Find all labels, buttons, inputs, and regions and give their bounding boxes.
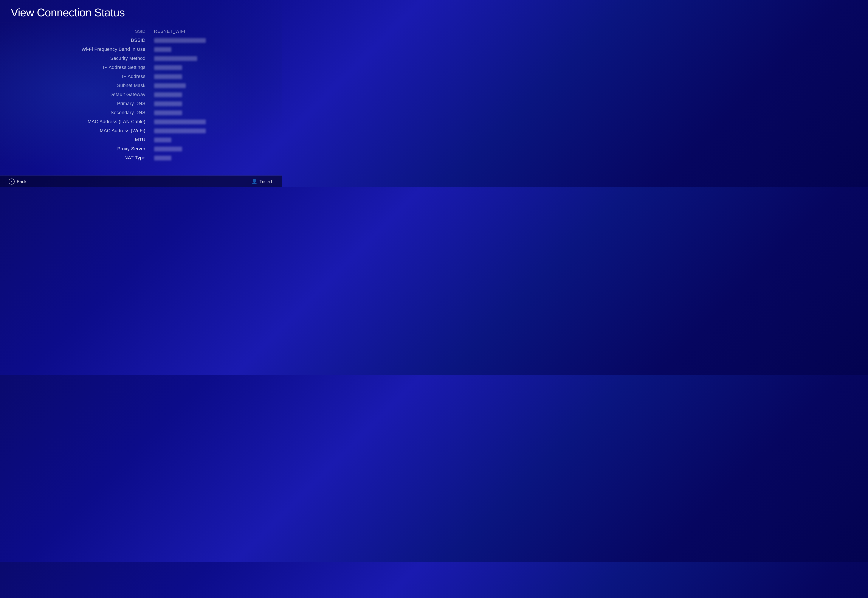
info-value-nat-type: Type 2 bbox=[154, 155, 271, 161]
info-label-wifi-band: Wi-Fi Frequency Band In Use bbox=[11, 46, 154, 52]
footer-left: ✕ Back bbox=[9, 178, 26, 185]
info-label-mac-wifi: MAC Address (Wi-Fi) bbox=[11, 128, 154, 133]
info-value-proxy-server: Do Not Use bbox=[154, 146, 271, 152]
info-label-subnet-mask: Subnet Mask bbox=[11, 83, 154, 88]
info-label-primary-dns: Primary DNS bbox=[11, 101, 154, 106]
info-value-mac-lan: xx:xx:xx:xx:xx:xx bbox=[154, 119, 271, 124]
info-row-mtu: MTU1500 bbox=[11, 135, 271, 144]
user-name: Tricia L bbox=[260, 179, 273, 184]
info-label-ssid: SSID bbox=[11, 29, 154, 34]
info-row-wifi-band: Wi-Fi Frequency Band In Use5 GHz bbox=[11, 45, 271, 54]
info-value-ssid: RESNET_WIFI bbox=[154, 29, 271, 34]
info-value-mac-wifi: xx:xx:xx:xx:xx:xx bbox=[154, 128, 271, 133]
back-button-icon[interactable]: ✕ bbox=[9, 178, 15, 185]
info-row-secondary-dns: Secondary DNS192.168.x.x bbox=[11, 108, 271, 117]
info-row-bssid: BSSIDxx:xx:xx:xx:xx:xx bbox=[11, 36, 271, 45]
info-label-security-method: Security Method bbox=[11, 55, 154, 61]
info-label-mac-lan: MAC Address (LAN Cable) bbox=[11, 119, 154, 124]
info-value-bssid: xx:xx:xx:xx:xx:xx bbox=[154, 37, 271, 43]
info-label-ip-address-settings: IP Address Settings bbox=[11, 64, 154, 70]
info-value-subnet-mask: 255.255.255.0 bbox=[154, 83, 271, 88]
info-row-mac-wifi: MAC Address (Wi-Fi)xx:xx:xx:xx:xx:xx bbox=[11, 126, 271, 135]
info-label-bssid: BSSID bbox=[11, 37, 154, 43]
info-value-default-gateway: 192.168.x.x bbox=[154, 92, 271, 97]
info-label-default-gateway: Default Gateway bbox=[11, 92, 154, 97]
info-row-ssid: SSIDRESNET_WIFI bbox=[11, 27, 271, 36]
info-label-mtu: MTU bbox=[11, 137, 154, 142]
info-value-security-method: WPA2-PSK/AES bbox=[154, 55, 271, 61]
info-row-primary-dns: Primary DNS192.168.x.x bbox=[11, 99, 271, 108]
back-label[interactable]: Back bbox=[17, 179, 26, 184]
info-label-nat-type: NAT Type bbox=[11, 155, 154, 161]
main-container: View Connection Status SSIDRESNET_WIFIBS… bbox=[0, 0, 282, 187]
info-value-secondary-dns: 192.168.x.x bbox=[154, 110, 271, 115]
info-row-proxy-server: Proxy ServerDo Not Use bbox=[11, 144, 271, 153]
header: View Connection Status bbox=[0, 0, 282, 22]
info-value-ip-address-settings: Automatic bbox=[154, 64, 271, 70]
info-row-subnet-mask: Subnet Mask255.255.255.0 bbox=[11, 81, 271, 90]
footer: ✕ Back 👤 Tricia L bbox=[0, 175, 282, 187]
info-label-secondary-dns: Secondary DNS bbox=[11, 110, 154, 115]
info-label-ip-address: IP Address bbox=[11, 74, 154, 79]
footer-right: 👤 Tricia L bbox=[251, 179, 273, 184]
info-row-default-gateway: Default Gateway192.168.x.x bbox=[11, 90, 271, 99]
info-row-mac-lan: MAC Address (LAN Cable)xx:xx:xx:xx:xx:xx bbox=[11, 117, 271, 126]
info-row-ip-address-settings: IP Address SettingsAutomatic bbox=[11, 63, 271, 72]
content-area: SSIDRESNET_WIFIBSSIDxx:xx:xx:xx:xx:xxWi-… bbox=[0, 22, 282, 175]
info-value-wifi-band: 5 GHz bbox=[154, 46, 271, 52]
info-value-primary-dns: 192.168.x.x bbox=[154, 101, 271, 106]
info-value-mtu: 1500 bbox=[154, 137, 271, 142]
info-row-security-method: Security MethodWPA2-PSK/AES bbox=[11, 54, 271, 63]
info-table: SSIDRESNET_WIFIBSSIDxx:xx:xx:xx:xx:xxWi-… bbox=[11, 27, 271, 162]
info-row-ip-address: IP Address192.168.x.x bbox=[11, 72, 271, 81]
info-value-ip-address: 192.168.x.x bbox=[154, 74, 271, 79]
page-title: View Connection Status bbox=[11, 6, 271, 19]
info-row-nat-type: NAT TypeType 2 bbox=[11, 153, 271, 162]
user-icon: 👤 bbox=[251, 179, 257, 184]
info-label-proxy-server: Proxy Server bbox=[11, 146, 154, 152]
